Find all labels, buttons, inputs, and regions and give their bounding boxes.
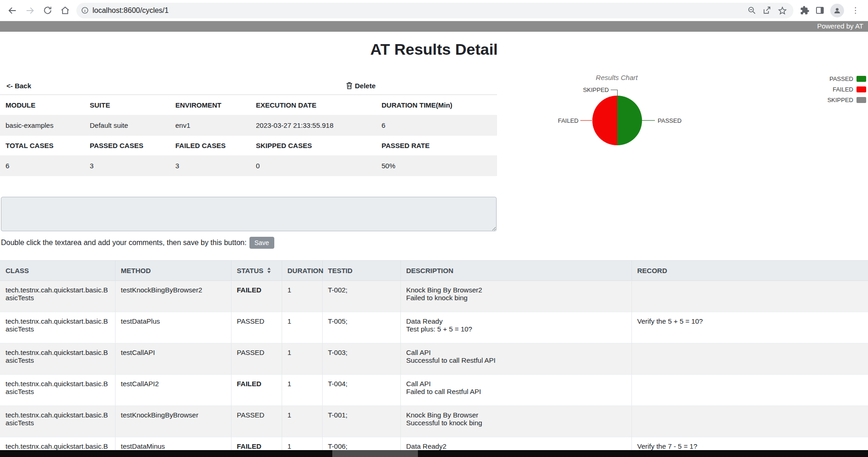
results-header-row: CLASSMETHODSTATUSDURATIONTESTIDDESCRIPTI… bbox=[0, 260, 868, 280]
delete-label: Delete bbox=[355, 82, 376, 90]
legend-swatch bbox=[856, 97, 866, 103]
result-row: tech.testnx.cah.quickstart.basic.BasicTe… bbox=[0, 406, 868, 437]
cell-class: tech.testnx.cah.quickstart.basic.BasicTe… bbox=[0, 406, 115, 437]
result-row: tech.testnx.cah.quickstart.basic.BasicTe… bbox=[0, 374, 868, 406]
cell-record bbox=[631, 406, 868, 437]
comments-textarea[interactable] bbox=[1, 197, 497, 231]
cell-description: Knock Bing By Browser2 Failed to knock b… bbox=[400, 280, 631, 312]
trash-icon bbox=[346, 82, 353, 89]
callout-line bbox=[611, 90, 617, 90]
result-row: tech.testnx.cah.quickstart.basic.BasicTe… bbox=[0, 343, 868, 374]
bottom-taskbar-strip bbox=[0, 450, 868, 457]
results-table: CLASSMETHODSTATUSDURATIONTESTIDDESCRIPTI… bbox=[0, 260, 868, 457]
cell-duration: 1 bbox=[282, 343, 322, 374]
cell-description: Call API Successful to call Restful API bbox=[400, 343, 631, 374]
share-icon[interactable] bbox=[763, 6, 771, 15]
extensions-icon[interactable] bbox=[800, 6, 810, 15]
pie-callout-failed: FAILED bbox=[543, 117, 579, 124]
cell-description: Knock Bing By Browser Successful to knoc… bbox=[400, 406, 631, 437]
summary-header-cell: TOTAL CASES bbox=[0, 136, 84, 156]
column-header-label: RECORD bbox=[637, 267, 667, 274]
profile-avatar[interactable] bbox=[830, 4, 844, 17]
back-nav-icon[interactable] bbox=[4, 2, 21, 19]
cell-duration: 1 bbox=[282, 374, 322, 406]
cell-description: Call API Failed to call Restful API bbox=[400, 374, 631, 406]
zoom-icon[interactable] bbox=[747, 6, 756, 15]
pie-callout-skipped: SKIPPED bbox=[563, 86, 609, 93]
callout-line bbox=[642, 120, 655, 121]
cell-class: tech.testnx.cah.quickstart.basic.BasicTe… bbox=[0, 343, 115, 374]
results-column-header-testid: TESTID bbox=[322, 260, 400, 280]
column-header-label: STATUS bbox=[237, 267, 264, 274]
cell-class: tech.testnx.cah.quickstart.basic.BasicTe… bbox=[0, 280, 115, 312]
column-header-label: CLASS bbox=[6, 267, 29, 274]
summary-header-cell: EXECUTION DATE bbox=[250, 95, 376, 115]
cell-method: testDataPlus bbox=[115, 312, 231, 343]
results-chart: Results Chart PASSEDFAILEDSKIPPED SKIPPE… bbox=[543, 71, 866, 186]
reload-icon[interactable] bbox=[39, 2, 56, 19]
cell-description: Data Ready Test plus: 5 + 5 = 10? bbox=[400, 312, 631, 343]
cell-status: PASSED bbox=[231, 406, 282, 437]
cell-method: testKnockBingByBrowser2 bbox=[115, 280, 231, 312]
pie-chart bbox=[592, 96, 642, 145]
delete-button[interactable]: Delete bbox=[346, 82, 376, 90]
home-icon[interactable] bbox=[56, 2, 74, 19]
callout-line bbox=[617, 90, 618, 96]
forward-nav-icon[interactable] bbox=[21, 2, 39, 19]
summary-value-cell: 2023-03-27 21:33:55.918 bbox=[250, 115, 376, 136]
results-column-header-method: METHOD bbox=[115, 260, 231, 280]
summary-header-cell: PASSED RATE bbox=[376, 136, 497, 156]
summary-info-value-row: basic-examplesDefault suiteenv12023-03-2… bbox=[0, 115, 497, 136]
results-column-header-status[interactable]: STATUS bbox=[231, 260, 282, 280]
chart-legend: PASSEDFAILEDSKIPPED bbox=[827, 74, 866, 105]
cell-class: tech.testnx.cah.quickstart.basic.BasicTe… bbox=[0, 312, 115, 343]
summary-value-cell: 3 bbox=[170, 156, 250, 176]
sort-icon[interactable] bbox=[267, 267, 271, 274]
url-text[interactable]: localhost:8600/cycles/1 bbox=[93, 6, 747, 15]
chrome-menu-icon[interactable]: ⋮ bbox=[850, 6, 861, 14]
cell-testid: T-003; bbox=[322, 343, 400, 374]
person-icon bbox=[833, 6, 841, 15]
cell-testid: T-002; bbox=[322, 280, 400, 312]
site-info-icon[interactable] bbox=[81, 6, 89, 14]
summary-header-cell: DURATION TIME(Min) bbox=[376, 95, 497, 115]
cell-status: FAILED bbox=[231, 280, 282, 312]
legend-item-skipped[interactable]: SKIPPED bbox=[827, 95, 866, 105]
summary-header-cell: SUITE bbox=[84, 95, 170, 115]
legend-item-passed[interactable]: PASSED bbox=[827, 74, 866, 84]
results-column-header-record: RECORD bbox=[631, 260, 868, 280]
results-column-header-class: CLASS bbox=[0, 260, 115, 280]
summary-value-cell: 0 bbox=[250, 156, 376, 176]
cell-testid: T-001; bbox=[322, 406, 400, 437]
pie-callout-passed: PASSED bbox=[658, 117, 682, 124]
bookmark-star-icon[interactable] bbox=[778, 6, 787, 15]
summary-header-cell: PASSED CASES bbox=[84, 136, 170, 156]
column-header-label: TESTID bbox=[328, 267, 353, 274]
summary-value-cell: 50% bbox=[376, 156, 497, 176]
summary-header-cell: ENVIROMENT bbox=[170, 95, 250, 115]
save-button[interactable]: Save bbox=[249, 237, 274, 249]
column-header-label: DESCRIPTION bbox=[406, 267, 454, 274]
column-header-label: METHOD bbox=[121, 267, 151, 274]
taskbar-segment bbox=[332, 450, 418, 457]
cell-status: PASSED bbox=[231, 312, 282, 343]
powered-by-text: Powered by AT bbox=[817, 22, 863, 30]
result-row: tech.testnx.cah.quickstart.basic.BasicTe… bbox=[0, 312, 868, 343]
summary-value-cell: 6 bbox=[0, 156, 84, 176]
summary-value-cell: Default suite bbox=[84, 115, 170, 136]
cell-record bbox=[631, 280, 868, 312]
results-column-header-description: DESCRIPTION bbox=[400, 260, 631, 280]
address-bar[interactable]: localhost:8600/cycles/1 bbox=[76, 3, 793, 18]
summary-value-cell: env1 bbox=[170, 115, 250, 136]
legend-label: FAILED bbox=[833, 86, 853, 93]
legend-label: PASSED bbox=[829, 75, 853, 82]
cell-duration: 1 bbox=[282, 406, 322, 437]
summary-header-cell: SKIPPED CASES bbox=[250, 136, 376, 156]
back-link[interactable]: <- Back bbox=[6, 82, 31, 90]
cell-method: testCallAPI2 bbox=[115, 374, 231, 406]
legend-item-failed[interactable]: FAILED bbox=[827, 84, 866, 95]
result-row: tech.testnx.cah.quickstart.basic.BasicTe… bbox=[0, 280, 868, 312]
summary-header-cell: MODULE bbox=[0, 95, 84, 115]
side-panel-icon[interactable] bbox=[815, 6, 825, 15]
summary-stats-header-row: TOTAL CASESPASSED CASESFAILED CASESSKIPP… bbox=[0, 136, 497, 156]
